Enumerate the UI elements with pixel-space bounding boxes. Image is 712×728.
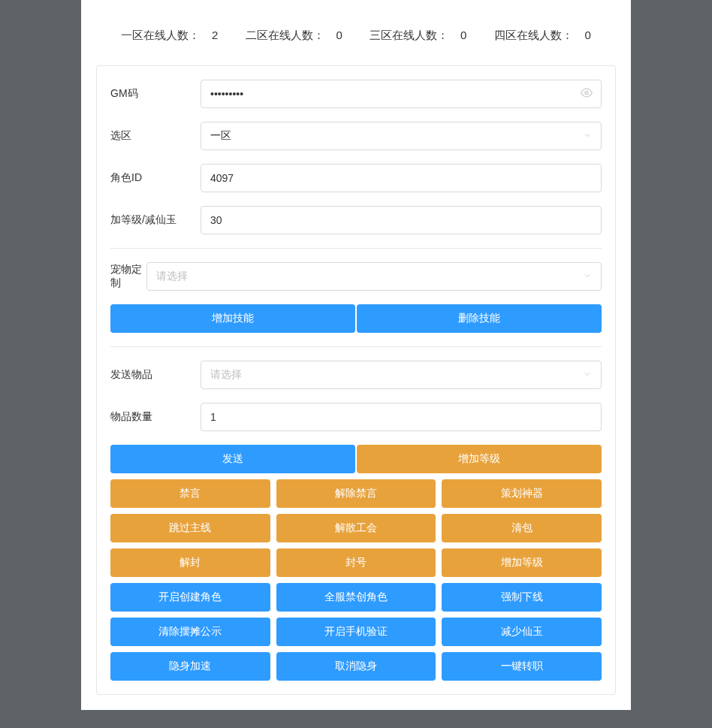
main-container: 一区在线人数：2 二区在线人数：0 三区在线人数：0 四区在线人数：0 GM码 … (81, 0, 631, 710)
pet-custom-label: 宠物定制 (110, 263, 146, 290)
disable-create-role-button[interactable]: 全服禁创角色 (276, 583, 436, 612)
item-qty-input[interactable] (201, 403, 602, 431)
pet-custom-select[interactable]: 请选择 (146, 262, 602, 291)
level-label: 加等级/减仙玉 (110, 213, 201, 227)
role-id-label: 角色ID (110, 171, 201, 185)
clear-bag-button[interactable]: 清包 (442, 514, 602, 542)
header-stats: 一区在线人数：2 二区在线人数：0 三区在线人数：0 四区在线人数：0 (96, 15, 616, 65)
send-item-label: 发送物品 (110, 368, 201, 382)
cancel-stealth-button[interactable]: 取消隐身 (276, 652, 436, 681)
disband-guild-button[interactable]: 解散工会 (276, 514, 436, 542)
skip-main-button[interactable]: 跳过主线 (110, 514, 270, 542)
zone1-stat: 一区在线人数：2 (115, 29, 224, 41)
chevron-down-icon (583, 130, 592, 142)
zone-label: 选区 (110, 129, 201, 143)
force-offline-button[interactable]: 强制下线 (442, 583, 602, 612)
clear-stall-button[interactable]: 清除摆摊公示 (110, 618, 270, 646)
chevron-down-icon (583, 369, 592, 381)
gm-code-label: GM码 (110, 87, 201, 101)
gm-code-input[interactable] (201, 80, 602, 108)
zone-select-value: 一区 (210, 129, 231, 143)
level-input[interactable] (201, 206, 602, 234)
form-section: GM码 选区 一区 角色ID (96, 65, 616, 695)
stealth-speedup-button[interactable]: 隐身加速 (110, 652, 270, 681)
send-item-placeholder: 请选择 (210, 368, 242, 382)
zone3-stat: 三区在线人数：0 (364, 29, 472, 41)
planner-artifact-button[interactable]: 策划神器 (442, 479, 602, 508)
zone-select[interactable]: 一区 (201, 122, 602, 150)
add-level-2-button[interactable]: 增加等级 (442, 548, 602, 577)
divider (110, 248, 602, 249)
add-skill-button[interactable]: 增加技能 (110, 304, 355, 333)
mute-button[interactable]: 禁言 (110, 479, 270, 508)
divider (110, 346, 602, 347)
eye-icon[interactable] (581, 87, 593, 101)
send-button[interactable]: 发送 (110, 445, 355, 473)
role-id-input[interactable] (201, 164, 602, 192)
one-click-job-change-button[interactable]: 一键转职 (442, 652, 602, 681)
pet-custom-placeholder: 请选择 (156, 270, 188, 283)
enable-create-role-button[interactable]: 开启创建角色 (110, 583, 270, 612)
send-item-select[interactable]: 请选择 (201, 361, 602, 389)
zone4-stat: 四区在线人数：0 (488, 29, 597, 41)
chevron-down-icon (583, 270, 592, 282)
ban-button[interactable]: 封号 (276, 548, 436, 577)
add-level-button[interactable]: 增加等级 (357, 445, 602, 473)
item-qty-label: 物品数量 (110, 410, 201, 424)
delete-skill-button[interactable]: 删除技能 (357, 304, 602, 333)
unmute-button[interactable]: 解除禁言 (276, 479, 436, 508)
svg-point-0 (585, 92, 588, 95)
zone2-stat: 二区在线人数：0 (240, 29, 348, 41)
unban-button[interactable]: 解封 (110, 548, 270, 577)
reduce-xianyu-button[interactable]: 减少仙玉 (442, 618, 602, 646)
enable-phone-verify-button[interactable]: 开启手机验证 (276, 618, 436, 646)
